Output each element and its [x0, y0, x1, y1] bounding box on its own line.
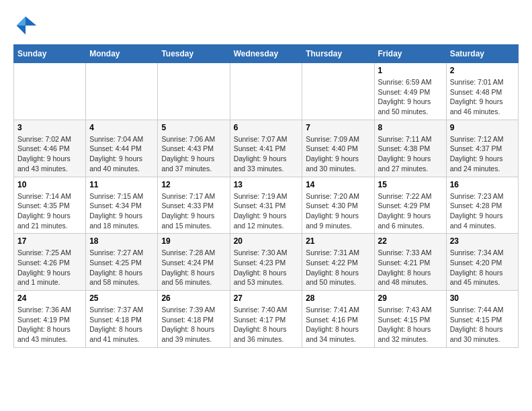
day-number: 2 — [450, 66, 515, 75]
header-day-wednesday: Wednesday — [230, 45, 302, 63]
day-info: Sunrise: 7:28 AMSunset: 4:24 PMDaylight:… — [161, 248, 226, 287]
day-info: Sunrise: 7:11 AMSunset: 4:38 PMDaylight:… — [378, 134, 443, 174]
day-number: 28 — [306, 293, 370, 303]
calendar-cell: 25Sunrise: 7:37 AMSunset: 4:18 PMDayligh… — [86, 291, 158, 348]
logo — [13, 13, 40, 38]
calendar-cell: 6Sunrise: 7:07 AMSunset: 4:41 PMDaylight… — [230, 120, 302, 177]
calendar-cell: 16Sunrise: 7:23 AMSunset: 4:28 PMDayligh… — [446, 177, 518, 234]
calendar-cell: 10Sunrise: 7:14 AMSunset: 4:35 PMDayligh… — [14, 177, 86, 234]
week-row-5: 24Sunrise: 7:36 AMSunset: 4:19 PMDayligh… — [14, 291, 519, 348]
calendar-cell: 4Sunrise: 7:04 AMSunset: 4:44 PMDaylight… — [86, 120, 158, 177]
week-row-1: 1Sunrise: 6:59 AMSunset: 4:49 PMDaylight… — [14, 63, 519, 120]
day-info: Sunrise: 7:14 AMSunset: 4:35 PMDaylight:… — [17, 191, 82, 231]
day-info: Sunrise: 7:27 AMSunset: 4:25 PMDaylight:… — [89, 248, 154, 287]
day-info: Sunrise: 7:17 AMSunset: 4:33 PMDaylight:… — [161, 191, 226, 231]
day-info: Sunrise: 7:23 AMSunset: 4:28 PMDaylight:… — [450, 191, 515, 231]
svg-marker-1 — [17, 17, 26, 26]
calendar-cell: 15Sunrise: 7:22 AMSunset: 4:29 PMDayligh… — [374, 177, 446, 234]
header-day-monday: Monday — [86, 45, 158, 63]
calendar-cell — [86, 63, 158, 120]
calendar-header: SundayMondayTuesdayWednesdayThursdayFrid… — [14, 45, 519, 63]
calendar-cell: 23Sunrise: 7:34 AMSunset: 4:20 PMDayligh… — [446, 234, 518, 291]
day-number: 29 — [378, 293, 443, 303]
day-info: Sunrise: 7:34 AMSunset: 4:20 PMDaylight:… — [450, 248, 515, 287]
calendar-cell: 29Sunrise: 7:43 AMSunset: 4:15 PMDayligh… — [374, 291, 446, 348]
header-day-tuesday: Tuesday — [158, 45, 230, 63]
calendar-cell: 18Sunrise: 7:27 AMSunset: 4:25 PMDayligh… — [86, 234, 158, 291]
day-info: Sunrise: 7:31 AMSunset: 4:22 PMDaylight:… — [306, 248, 370, 287]
calendar-cell: 14Sunrise: 7:20 AMSunset: 4:30 PMDayligh… — [302, 177, 374, 234]
day-number: 15 — [378, 180, 443, 189]
day-number: 18 — [89, 236, 154, 246]
calendar-cell: 1Sunrise: 6:59 AMSunset: 4:49 PMDaylight… — [374, 63, 446, 120]
day-info: Sunrise: 7:25 AMSunset: 4:26 PMDaylight:… — [17, 248, 82, 287]
day-number: 22 — [378, 236, 443, 246]
svg-marker-2 — [17, 26, 26, 35]
day-number: 17 — [17, 236, 82, 246]
calendar-cell: 27Sunrise: 7:40 AMSunset: 4:17 PMDayligh… — [230, 291, 302, 348]
day-number: 16 — [450, 180, 515, 189]
day-info: Sunrise: 7:02 AMSunset: 4:46 PMDaylight:… — [17, 134, 82, 174]
header-row: SundayMondayTuesdayWednesdayThursdayFrid… — [14, 45, 519, 63]
calendar-cell: 9Sunrise: 7:12 AMSunset: 4:37 PMDaylight… — [446, 120, 518, 177]
calendar-cell: 11Sunrise: 7:15 AMSunset: 4:34 PMDayligh… — [86, 177, 158, 234]
day-info: Sunrise: 7:06 AMSunset: 4:43 PMDaylight:… — [161, 134, 226, 174]
calendar-cell: 21Sunrise: 7:31 AMSunset: 4:22 PMDayligh… — [302, 234, 374, 291]
svg-marker-0 — [26, 17, 36, 26]
day-info: Sunrise: 7:33 AMSunset: 4:21 PMDaylight:… — [378, 248, 443, 287]
calendar-cell: 3Sunrise: 7:02 AMSunset: 4:46 PMDaylight… — [14, 120, 86, 177]
day-info: Sunrise: 7:01 AMSunset: 4:48 PMDaylight:… — [450, 77, 515, 117]
day-number: 23 — [450, 236, 515, 246]
day-number: 27 — [234, 293, 299, 303]
day-info: Sunrise: 7:07 AMSunset: 4:41 PMDaylight:… — [234, 134, 299, 174]
day-number: 30 — [450, 293, 515, 303]
day-number: 1 — [378, 66, 443, 75]
day-info: Sunrise: 7:04 AMSunset: 4:44 PMDaylight:… — [89, 134, 154, 174]
calendar-cell — [302, 63, 374, 120]
calendar-cell — [230, 63, 302, 120]
calendar-cell: 7Sunrise: 7:09 AMSunset: 4:40 PMDaylight… — [302, 120, 374, 177]
day-info: Sunrise: 7:40 AMSunset: 4:17 PMDaylight:… — [234, 305, 299, 345]
day-info: Sunrise: 7:15 AMSunset: 4:34 PMDaylight:… — [89, 191, 154, 231]
week-row-4: 17Sunrise: 7:25 AMSunset: 4:26 PMDayligh… — [14, 234, 519, 291]
header-day-thursday: Thursday — [302, 45, 374, 63]
day-number: 25 — [89, 293, 154, 303]
day-number: 24 — [17, 293, 82, 303]
calendar-cell — [158, 63, 230, 120]
calendar-cell: 17Sunrise: 7:25 AMSunset: 4:26 PMDayligh… — [14, 234, 86, 291]
day-number: 13 — [234, 180, 299, 189]
calendar-body: 1Sunrise: 6:59 AMSunset: 4:49 PMDaylight… — [14, 63, 519, 348]
calendar-cell: 30Sunrise: 7:44 AMSunset: 4:15 PMDayligh… — [446, 291, 518, 348]
calendar-cell: 20Sunrise: 7:30 AMSunset: 4:23 PMDayligh… — [230, 234, 302, 291]
header-day-sunday: Sunday — [14, 45, 86, 63]
day-number: 7 — [306, 123, 370, 132]
day-number: 10 — [17, 180, 82, 189]
day-number: 14 — [306, 180, 370, 189]
logo-icon — [13, 13, 38, 38]
page-header — [13, 13, 519, 38]
day-number: 6 — [234, 123, 299, 132]
calendar-cell: 28Sunrise: 7:41 AMSunset: 4:16 PMDayligh… — [302, 291, 374, 348]
day-number: 5 — [161, 123, 226, 132]
calendar-table: SundayMondayTuesdayWednesdayThursdayFrid… — [13, 44, 519, 348]
day-number: 4 — [89, 123, 154, 132]
calendar-cell: 2Sunrise: 7:01 AMSunset: 4:48 PMDaylight… — [446, 63, 518, 120]
calendar-cell: 12Sunrise: 7:17 AMSunset: 4:33 PMDayligh… — [158, 177, 230, 234]
day-number: 19 — [161, 236, 226, 246]
day-info: Sunrise: 7:09 AMSunset: 4:40 PMDaylight:… — [306, 134, 370, 174]
calendar-cell: 24Sunrise: 7:36 AMSunset: 4:19 PMDayligh… — [14, 291, 86, 348]
day-number: 3 — [17, 123, 82, 132]
day-info: Sunrise: 7:22 AMSunset: 4:29 PMDaylight:… — [378, 191, 443, 231]
calendar-cell: 22Sunrise: 7:33 AMSunset: 4:21 PMDayligh… — [374, 234, 446, 291]
day-info: Sunrise: 7:39 AMSunset: 4:18 PMDaylight:… — [161, 305, 226, 345]
day-info: Sunrise: 7:41 AMSunset: 4:16 PMDaylight:… — [306, 305, 370, 345]
day-number: 21 — [306, 236, 370, 246]
calendar-cell: 5Sunrise: 7:06 AMSunset: 4:43 PMDaylight… — [158, 120, 230, 177]
day-info: Sunrise: 7:44 AMSunset: 4:15 PMDaylight:… — [450, 305, 515, 345]
week-row-3: 10Sunrise: 7:14 AMSunset: 4:35 PMDayligh… — [14, 177, 519, 234]
day-info: Sunrise: 7:12 AMSunset: 4:37 PMDaylight:… — [450, 134, 515, 174]
day-number: 9 — [450, 123, 515, 132]
calendar-cell: 8Sunrise: 7:11 AMSunset: 4:38 PMDaylight… — [374, 120, 446, 177]
day-number: 26 — [161, 293, 226, 303]
day-info: Sunrise: 7:30 AMSunset: 4:23 PMDaylight:… — [234, 248, 299, 287]
